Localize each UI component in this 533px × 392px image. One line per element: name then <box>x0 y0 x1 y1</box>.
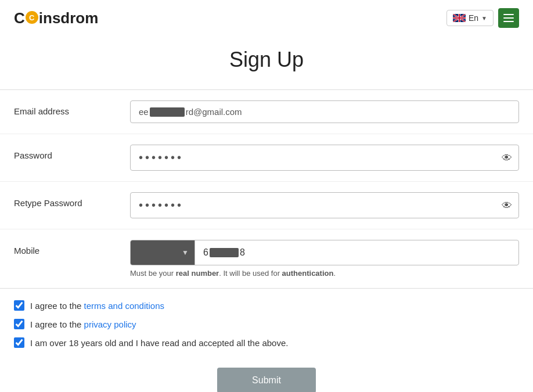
mobile-hint: Must be your real number. It will be use… <box>130 269 519 278</box>
mobile-hint-plain: Must be your <box>130 269 176 278</box>
privacy-checkbox-row: I agree to the privacy policy <box>14 319 519 329</box>
page-title: Sign Up <box>0 48 533 72</box>
privacy-prefix: I agree to the <box>30 319 84 329</box>
email-label: Email address <box>14 100 130 116</box>
submit-section: Submit <box>0 362 533 392</box>
phone-number-display: 6 8 <box>195 240 518 265</box>
signup-form: Email address ee rd@gmail.com Password 👁 <box>0 89 533 289</box>
privacy-label: I agree to the privacy policy <box>30 319 136 329</box>
retype-password-input[interactable] <box>130 192 519 218</box>
chevron-down-icon: ▼ <box>481 15 487 21</box>
phone-redacted-block <box>210 248 239 257</box>
terms-checkbox-row: I agree to the terms and conditions <box>14 300 519 311</box>
age-label: I am over 18 years old and I have read a… <box>30 338 288 348</box>
mobile-hint-end: . It will be used for <box>219 269 282 278</box>
mobile-hint-dot: . <box>333 269 336 278</box>
language-selector[interactable]: En ▼ <box>446 10 494 26</box>
header-right: En ▼ <box>446 8 519 28</box>
mobile-hint-bold2: authentication <box>282 269 334 278</box>
password-eye-icon[interactable]: 👁 <box>502 152 512 164</box>
privacy-link[interactable]: privacy policy <box>84 319 136 329</box>
password-control-wrap: 👁 <box>130 145 519 171</box>
menu-line-3 <box>503 21 514 22</box>
logo: Cinsdrom <box>14 9 98 27</box>
menu-button[interactable] <box>498 8 519 28</box>
password-input[interactable] <box>130 145 519 171</box>
logo-coin-icon <box>26 11 38 24</box>
mobile-row: Mobile ▼ 6 8 Must be <box>0 229 533 288</box>
mobile-hint-bold: real number <box>176 269 219 278</box>
mobile-control-wrap: ▼ 6 8 Must be your real number. It will … <box>130 240 519 278</box>
retype-password-eye-icon[interactable]: 👁 <box>502 199 512 211</box>
lang-label: En <box>469 13 478 23</box>
phone-prefix: 6 <box>203 247 208 258</box>
mobile-inputs-wrapper: ▼ 6 8 <box>130 240 519 265</box>
menu-line-1 <box>503 14 514 15</box>
checkboxes-section: I agree to the terms and conditions I ag… <box>0 289 533 362</box>
email-row: Email address ee rd@gmail.com <box>0 90 533 134</box>
age-checkbox-row: I am over 18 years old and I have read a… <box>14 337 519 348</box>
password-input-wrapper: 👁 <box>130 145 519 171</box>
submit-button[interactable]: Submit <box>217 368 316 392</box>
menu-line-2 <box>503 17 514 19</box>
uk-flag-icon <box>453 14 466 22</box>
country-select[interactable] <box>131 240 195 265</box>
retype-password-control-wrap: 👁 <box>130 192 519 218</box>
mobile-label: Mobile <box>14 240 130 256</box>
terms-label: I agree to the terms and conditions <box>30 301 164 311</box>
email-suffix: rd@gmail.com <box>186 107 242 117</box>
country-select-wrap: ▼ <box>131 240 195 265</box>
email-prefix: ee <box>139 107 149 117</box>
logo-text: insdrom <box>39 9 99 27</box>
email-redacted-block <box>150 107 185 117</box>
terms-prefix: I agree to the <box>30 301 84 311</box>
password-label: Password <box>14 145 130 160</box>
terms-checkbox[interactable] <box>14 300 24 311</box>
header: Cinsdrom En ▼ <box>0 0 533 36</box>
retype-password-row: Retype Password 👁 <box>0 182 533 229</box>
age-checkbox[interactable] <box>14 337 24 348</box>
email-input-wrapper: ee rd@gmail.com <box>130 100 519 123</box>
retype-password-label: Retype Password <box>14 192 130 208</box>
password-row: Password 👁 <box>0 134 533 182</box>
main-content: Sign Up Email address ee rd@gmail.com Pa… <box>0 36 533 392</box>
email-control-wrap: ee rd@gmail.com <box>130 100 519 123</box>
terms-link[interactable]: terms and conditions <box>84 301 164 311</box>
phone-suffix: 8 <box>240 247 245 258</box>
privacy-checkbox[interactable] <box>14 319 24 329</box>
retype-password-input-wrapper: 👁 <box>130 192 519 218</box>
